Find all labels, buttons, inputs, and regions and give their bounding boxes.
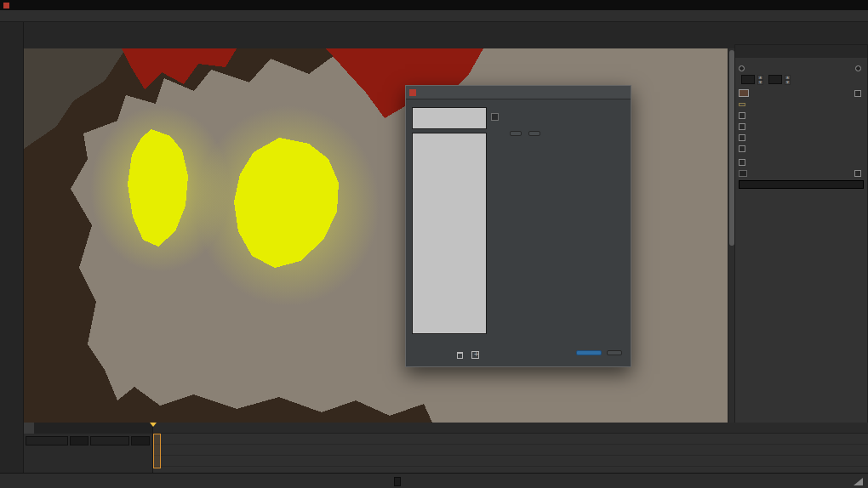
- glow-value[interactable]: [131, 436, 150, 445]
- pixel-mode-radio[interactable]: [739, 65, 745, 71]
- post-effects-list[interactable]: [412, 133, 487, 334]
- layer-properties-dialog: [405, 85, 631, 367]
- dialog-icon: [409, 89, 416, 96]
- height-spinner[interactable]: ▲▼: [785, 75, 791, 84]
- grid-color-swatch[interactable]: [739, 170, 747, 177]
- layers-panel: [24, 423, 153, 473]
- vector-mode-radio[interactable]: [855, 65, 861, 71]
- ok-button[interactable]: [576, 350, 602, 355]
- playhead-column[interactable]: [153, 434, 161, 468]
- canvas-height-input[interactable]: [768, 75, 782, 84]
- premultiplied-checkbox[interactable]: [739, 134, 745, 141]
- canvas-vscrollbar[interactable]: [728, 48, 734, 423]
- dialog-right-column: [491, 108, 625, 136]
- width-spinner[interactable]: ▲▼: [757, 75, 763, 84]
- cancel-button[interactable]: [607, 350, 622, 355]
- transparent-checkbox[interactable]: [854, 90, 861, 97]
- show-shader-code-button[interactable]: [510, 131, 522, 136]
- status-bar: [0, 473, 868, 488]
- grid-opacity-slider[interactable]: [739, 180, 864, 189]
- tab-layers[interactable]: [24, 423, 34, 434]
- layers-tab-bar: [24, 423, 152, 434]
- menu-bar: [0, 10, 868, 22]
- trim-canvas-checkbox[interactable]: [739, 145, 745, 152]
- dialog-title-bar[interactable]: [406, 86, 631, 99]
- glow-slider[interactable]: [90, 436, 129, 445]
- dialog-left-column: [412, 105, 487, 334]
- timeline-body[interactable]: [153, 434, 868, 473]
- app-logo-icon: [3, 3, 9, 9]
- timeline-panel: [153, 423, 868, 473]
- hdr-tone-mapping-checkbox[interactable]: [739, 123, 745, 130]
- opacity-value[interactable]: [70, 436, 89, 445]
- effects-list-actions: [457, 351, 479, 359]
- tab-timeline[interactable]: [34, 423, 44, 434]
- panel-tabs: [735, 45, 867, 58]
- follow-transform-row: [491, 113, 625, 121]
- left-toolbar: [0, 22, 24, 473]
- reset-button[interactable]: [528, 131, 540, 136]
- anti-aliasing-checkbox[interactable]: [739, 112, 745, 119]
- timeline-ruler[interactable]: [153, 423, 868, 434]
- canvas-width-input[interactable]: [741, 75, 755, 84]
- frame-count-group: [390, 474, 409, 488]
- background-color-swatch[interactable]: [739, 89, 749, 97]
- wrapping-preview-button[interactable]: [739, 103, 745, 106]
- thumbnail-size-group: [838, 474, 863, 488]
- frame-count-input[interactable]: [394, 477, 401, 486]
- effect-description: [491, 309, 625, 349]
- opacity-slider[interactable]: [26, 436, 68, 445]
- title-bar: [0, 0, 868, 10]
- panel-content: ▲▼ ▲▼: [735, 58, 867, 191]
- show-grid-checkbox[interactable]: [739, 159, 745, 166]
- remove-effect-button[interactable]: [457, 352, 463, 359]
- thumbnail-size-slider[interactable]: [854, 478, 863, 485]
- layer-sliders: [24, 434, 152, 448]
- add-effect-button[interactable]: [471, 351, 479, 359]
- layer-settings-list[interactable]: [412, 107, 487, 129]
- point-grid-checkbox[interactable]: [854, 170, 861, 177]
- follow-transform-checkbox[interactable]: [491, 113, 499, 121]
- right-panel: ▲▼ ▲▼: [734, 44, 868, 473]
